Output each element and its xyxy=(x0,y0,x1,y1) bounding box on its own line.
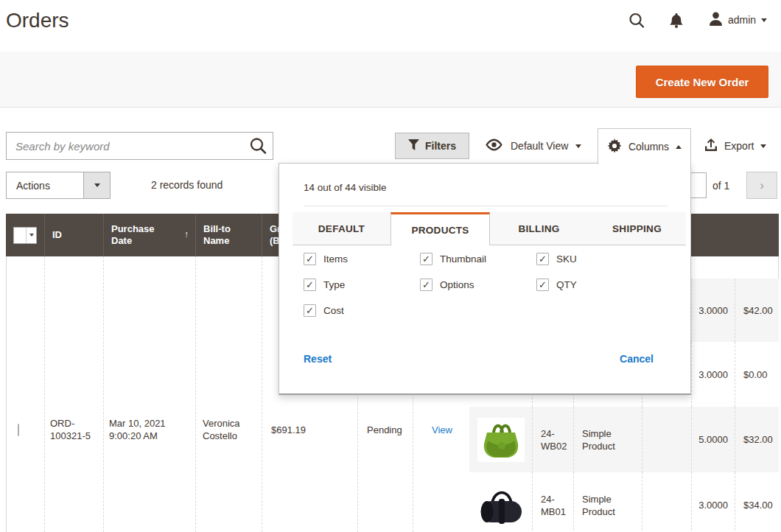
gear-icon xyxy=(607,139,622,155)
product-cost: $42.00 xyxy=(735,279,779,342)
checkbox-checked-icon[interactable] xyxy=(420,279,432,291)
actions-dropdown[interactable]: Actions xyxy=(6,172,111,199)
reset-link[interactable]: Reset xyxy=(304,353,332,365)
page-title: Orders xyxy=(6,9,69,32)
filters-button[interactable]: Filters xyxy=(395,133,469,159)
product-qty: 5.0000 xyxy=(691,407,735,472)
header-purchase-date[interactable]: Purchase Date ↑ xyxy=(103,214,195,256)
product-sku: 24-WB02 xyxy=(532,407,573,472)
checkbox-thumbnail[interactable]: Thumbnail xyxy=(420,253,536,265)
column-checkbox-grid: Items Thumbnail SKU Type Options QTY Cos… xyxy=(304,253,653,317)
checkbox-checked-icon[interactable] xyxy=(536,279,549,291)
order-grand-total-cell: $691.19 xyxy=(271,424,306,436)
columns-label: Columns xyxy=(628,141,669,153)
default-view-label: Default View xyxy=(511,140,568,152)
checkbox-checked-icon[interactable] xyxy=(304,304,316,317)
product-cost: $34.00 xyxy=(735,472,779,532)
order-view-link[interactable]: View xyxy=(432,424,452,436)
checkbox-type[interactable]: Type xyxy=(304,279,420,291)
product-cost: $0.00 xyxy=(735,342,779,407)
product-row: 24-MB01 Simple Product 3.0000 $34.00 xyxy=(469,472,779,532)
checkbox-checked-icon[interactable] xyxy=(536,253,549,265)
keyword-search-box xyxy=(6,132,273,160)
checkbox-options[interactable]: Options xyxy=(420,279,536,291)
black-duffel-bag-thumbnail xyxy=(477,483,525,528)
product-row: 24-WB02 Simple Product 5.0000 $32.00 xyxy=(469,407,779,472)
default-view-button[interactable]: Default View xyxy=(480,133,586,159)
pagination-of-label: of 1 xyxy=(712,180,729,192)
product-cost: $32.00 xyxy=(735,407,779,472)
admin-username: admin xyxy=(728,14,756,26)
select-all-arrow-icon xyxy=(26,228,36,243)
select-all-dropdown[interactable] xyxy=(13,227,37,244)
select-all-header-cell xyxy=(6,214,44,256)
user-icon xyxy=(709,12,723,28)
create-new-order-button[interactable]: Create New Order xyxy=(636,66,768,98)
export-button[interactable]: Export xyxy=(700,133,771,159)
columns-panel: 14 out of 44 visible DEFAULT PRODUCTS BI… xyxy=(279,163,691,395)
header-bill-to-name[interactable]: Bill-to Name xyxy=(195,214,262,256)
search-input[interactable] xyxy=(7,140,243,153)
tab-products[interactable]: PRODUCTS xyxy=(390,212,490,245)
actions-dropdown-arrow xyxy=(83,172,110,198)
product-options xyxy=(642,407,691,472)
sort-ascending-icon: ↑ xyxy=(184,228,189,240)
select-all-checkbox[interactable] xyxy=(14,228,26,243)
green-tote-bag-thumbnail xyxy=(477,418,525,462)
chevron-down-icon xyxy=(760,144,766,148)
tab-default[interactable]: DEFAULT xyxy=(293,212,390,245)
chevron-up-icon xyxy=(676,145,682,149)
order-bill-to-cell: Veronica Costello xyxy=(203,417,251,442)
filters-label: Filters xyxy=(425,140,456,152)
product-sku: 24-MB01 xyxy=(532,472,573,532)
export-label: Export xyxy=(724,140,754,152)
checkbox-qty[interactable]: QTY xyxy=(536,279,653,291)
order-status-cell: Pending xyxy=(367,424,402,436)
row-checkbox[interactable] xyxy=(18,424,19,436)
checkbox-sku[interactable]: SKU xyxy=(536,253,653,265)
panel-divider xyxy=(304,206,668,206)
notifications-bell-icon[interactable] xyxy=(668,12,685,29)
columns-visible-summary: 14 out of 44 visible xyxy=(304,182,387,193)
checkbox-items[interactable]: Items xyxy=(304,253,420,265)
next-page-button[interactable]: › xyxy=(746,172,777,199)
product-type: Simple Product xyxy=(573,407,642,472)
records-found-text: 2 records found xyxy=(151,179,223,191)
order-id-cell: ORD-100321-5 xyxy=(50,417,96,442)
tab-billing[interactable]: BILLING xyxy=(490,212,588,245)
columns-button[interactable]: Columns xyxy=(598,128,691,164)
product-qty: 3.0000 xyxy=(691,342,735,407)
order-purchase-date-cell: Mar 10, 2021 9:00:20 AM xyxy=(109,417,184,442)
tab-shipping[interactable]: SHIPPING xyxy=(588,212,686,245)
next-page-icon: › xyxy=(760,178,764,193)
eye-icon xyxy=(485,139,503,153)
checkbox-cost[interactable]: Cost xyxy=(304,304,420,317)
product-qty: 3.0000 xyxy=(691,472,735,532)
checkbox-checked-icon[interactable] xyxy=(420,253,432,265)
columns-panel-tabs: DEFAULT PRODUCTS BILLING SHIPPING xyxy=(293,212,686,245)
chevron-down-icon xyxy=(575,144,581,148)
search-submit-icon[interactable] xyxy=(243,133,273,159)
product-qty: 3.0000 xyxy=(691,279,735,342)
product-options xyxy=(642,472,691,532)
export-upload-icon xyxy=(704,139,718,154)
filter-funnel-icon xyxy=(408,139,419,153)
chevron-down-icon xyxy=(761,18,767,22)
product-type: Simple Product xyxy=(573,472,642,532)
header-id[interactable]: ID xyxy=(44,214,103,256)
cancel-link[interactable]: Cancel xyxy=(620,353,654,365)
checkbox-checked-icon[interactable] xyxy=(304,279,316,291)
global-search-icon[interactable] xyxy=(628,12,645,29)
checkbox-checked-icon[interactable] xyxy=(304,253,316,265)
admin-user-menu[interactable]: admin xyxy=(709,12,767,28)
actions-label: Actions xyxy=(7,172,83,198)
order-row-select xyxy=(18,424,19,436)
